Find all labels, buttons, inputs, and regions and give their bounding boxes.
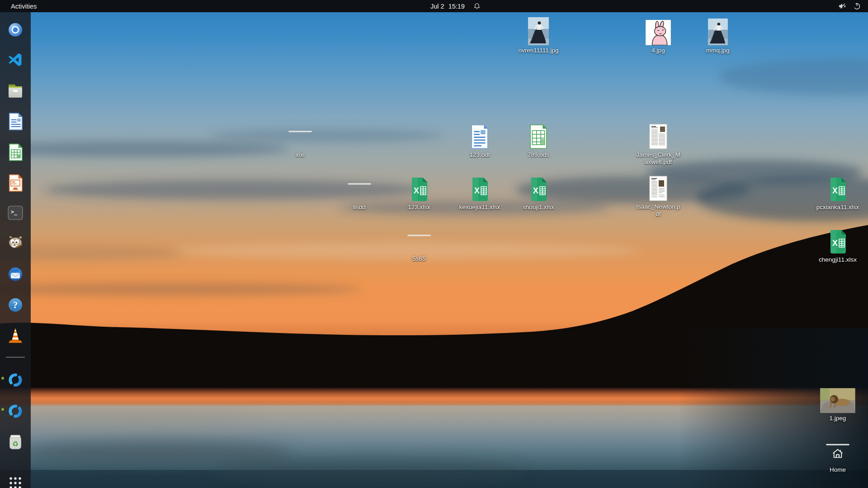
xlsx-file-icon xyxy=(827,175,849,202)
dock-item-chromium[interactable] xyxy=(5,19,26,41)
vlc-icon xyxy=(6,326,25,345)
clock-date: Jul 2 xyxy=(430,3,444,10)
dock-item-gimp[interactable] xyxy=(5,232,26,253)
dock-item-running-app-1[interactable] xyxy=(5,369,26,391)
desktop-icon-1-jpeg[interactable]: 1.jpeg xyxy=(808,387,867,422)
icon-label: xixi xyxy=(296,151,305,159)
icon-label: Isaac_Newton.pdf xyxy=(635,203,682,218)
terminal-icon: >_ xyxy=(6,204,24,221)
home-folder-icon xyxy=(824,437,852,465)
icon-label: 123.xlsx xyxy=(408,204,430,211)
desktop-icon-xixi[interactable]: xixi xyxy=(271,122,330,159)
running-app-ring-icon xyxy=(6,402,24,420)
running-indicator-dot xyxy=(1,408,4,411)
svg-text:>_: >_ xyxy=(11,209,18,216)
desktop-icon-mmq-jpg[interactable]: mmq.jpg xyxy=(689,16,747,54)
desktop-icon-home[interactable]: Home xyxy=(808,437,867,474)
ods-file-icon xyxy=(528,121,548,150)
dock-item-thunderbird[interactable] xyxy=(5,263,26,285)
icon-label: 4.jpg xyxy=(651,47,665,54)
xlsx-file-icon xyxy=(528,175,549,202)
dock-item-libreoffice-calc[interactable] xyxy=(5,141,26,163)
folder-icon xyxy=(286,122,314,150)
chromium-icon xyxy=(6,21,24,39)
desktop-icon-lisdd[interactable]: lisdd xyxy=(330,176,389,211)
dock-item-libreoffice-impress[interactable] xyxy=(5,172,26,194)
ubuntu-desktop: Activities Jul 2 15:19 xyxy=(0,0,868,488)
icon-label: James_Clerk_Maxwell.pdf xyxy=(635,151,682,166)
desktop-icon-chengji11-xlsx[interactable]: chengji11.xlsx xyxy=(808,227,867,263)
dock-item-files[interactable] xyxy=(5,80,26,102)
clock-button[interactable]: Jul 2 15:19 xyxy=(430,0,481,12)
desktop-icon-5s65[interactable]: 5s65 xyxy=(390,227,448,263)
dock-item-trash[interactable]: ♻ xyxy=(5,431,26,453)
help-icon: ? xyxy=(6,296,24,314)
icon-label: Home xyxy=(830,466,846,474)
dock-item-running-app-2[interactable] xyxy=(5,400,26,422)
notification-bell-icon xyxy=(473,3,481,10)
dock-item-show-apps[interactable] xyxy=(5,472,26,488)
xlsx-file-icon xyxy=(408,175,430,202)
icon-label: 123.odt xyxy=(469,151,490,159)
dock-divider xyxy=(6,357,25,357)
image-thumbnail xyxy=(708,16,728,45)
gimp-icon xyxy=(6,234,25,251)
desktop-icon-isaac-newton-pdf[interactable]: Isaac_Newton.pdf xyxy=(629,174,688,218)
desktop-icon-pcxianka11-xlsx[interactable]: pcxianka11.xlsx xyxy=(808,175,867,211)
show-apps-icon xyxy=(8,475,23,488)
dock-item-terminal[interactable]: >_ xyxy=(5,202,26,224)
clock-time: 15:19 xyxy=(448,3,465,10)
volume-muted-icon xyxy=(838,2,847,10)
desktop-icon-789-ods[interactable]: 789.ods xyxy=(509,121,568,159)
running-indicator-dot xyxy=(1,377,4,380)
dock-item-vscode[interactable] xyxy=(5,49,26,71)
icon-label: 1.jpeg xyxy=(830,415,846,422)
dock-item-vlc[interactable] xyxy=(5,325,26,347)
odt-file-icon xyxy=(470,121,490,150)
icon-label: pcxianka11.xlsx xyxy=(816,204,859,211)
icon-label: chengji11.xlsx xyxy=(819,256,857,263)
icon-label: 5s65 xyxy=(412,255,425,263)
pdf-file-icon xyxy=(649,174,667,202)
vscode-icon xyxy=(7,52,24,69)
icon-label: mmq.jpg xyxy=(706,47,730,54)
running-app-ring-icon xyxy=(6,371,24,389)
files-icon xyxy=(6,82,24,99)
desktop-icon-kexuejia11-xlsx[interactable]: kexuejia11.xlsx xyxy=(450,175,509,211)
svg-text:♻: ♻ xyxy=(12,440,19,448)
desktop-icon-123-xlsx[interactable]: 123.xlsx xyxy=(390,175,448,211)
image-thumbnail xyxy=(646,16,671,45)
svg-text:?: ? xyxy=(13,300,18,310)
libreoffice-impress-icon xyxy=(7,174,24,192)
trash-icon: ♻ xyxy=(7,433,24,451)
thunderbird-icon xyxy=(6,265,24,283)
desktop-icon-nvren11111-jpg[interactable]: nvren11111.jpg xyxy=(509,16,568,54)
icon-label: lisdd xyxy=(353,204,366,211)
dock: >_ xyxy=(0,12,31,488)
pdf-file-icon xyxy=(649,121,667,150)
icon-label: nvren11111.jpg xyxy=(518,47,558,54)
icon-label: shouji1.xlsx xyxy=(523,204,554,211)
folder-icon xyxy=(405,227,433,253)
top-bar: Activities Jul 2 15:19 xyxy=(0,0,868,12)
desktop-icon-james-clerk-maxwell-pdf[interactable]: James_Clerk_Maxwell.pdf xyxy=(629,121,688,166)
image-thumbnail xyxy=(820,387,855,413)
icon-label: 789.ods xyxy=(528,151,549,159)
activities-button[interactable]: Activities xyxy=(6,0,41,12)
libreoffice-calc-icon xyxy=(7,143,24,161)
xlsx-file-icon xyxy=(827,227,849,254)
xlsx-file-icon xyxy=(469,175,491,202)
desktop-icon-123-odt[interactable]: 123.odt xyxy=(450,121,509,159)
desktop-icon-4-jpg[interactable]: 4.jpg xyxy=(629,16,688,54)
desktop-icon-shouji1-xlsx[interactable]: shouji1.xlsx xyxy=(509,175,568,211)
libreoffice-writer-icon xyxy=(7,113,24,131)
system-status-area[interactable] xyxy=(835,0,864,12)
icon-label: kexuejia11.xlsx xyxy=(459,204,500,211)
dock-item-help[interactable]: ? xyxy=(5,294,26,316)
dock-item-libreoffice-writer[interactable] xyxy=(5,111,26,132)
power-icon xyxy=(853,2,861,10)
image-thumbnail xyxy=(528,16,549,45)
folder-icon xyxy=(345,176,373,202)
